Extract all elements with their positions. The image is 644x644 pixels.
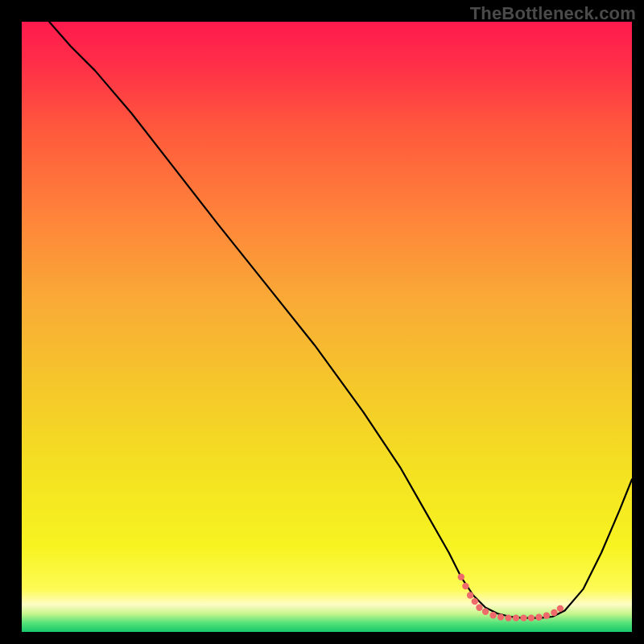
- optimal-dot: [505, 614, 511, 621]
- optimal-dot: [528, 614, 535, 621]
- plot-svg: [0, 0, 644, 644]
- optimal-dot: [535, 614, 542, 621]
- optimal-dot: [472, 598, 478, 605]
- optimal-dot: [543, 613, 550, 619]
- optimal-dot: [513, 614, 519, 621]
- plot-area: [22, 22, 632, 632]
- optimal-dot: [520, 614, 526, 621]
- chart-frame: TheBottleneck.com: [0, 0, 644, 644]
- optimal-dot: [489, 612, 496, 618]
- watermark-label: TheBottleneck.com: [470, 3, 636, 24]
- optimal-dot: [458, 574, 464, 580]
- optimal-dot: [482, 609, 489, 615]
- optimal-dot: [476, 605, 482, 611]
- optimal-dot: [551, 609, 557, 616]
- optimal-dot: [462, 583, 469, 589]
- optimal-dot: [467, 592, 473, 598]
- optimal-dot: [557, 605, 564, 612]
- optimal-dot: [497, 613, 504, 620]
